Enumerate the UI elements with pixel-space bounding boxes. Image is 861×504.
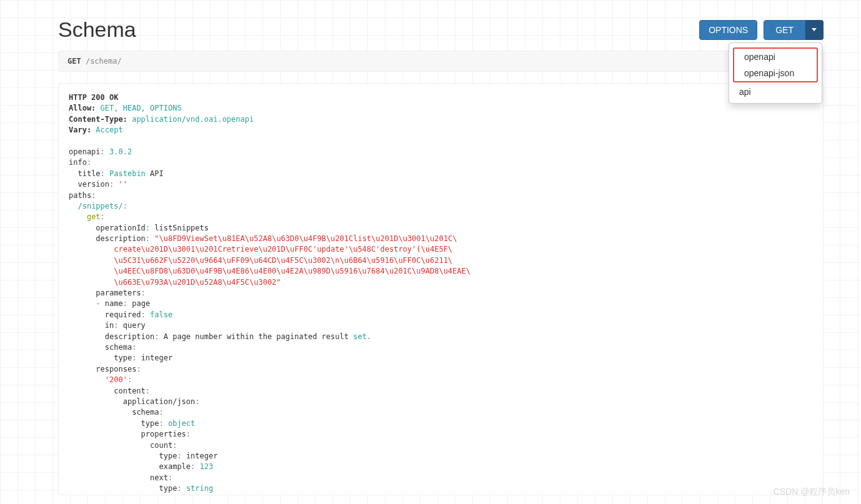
dropdown-item-openapi-json[interactable]: openapi-json <box>734 65 817 81</box>
vary-label: Vary: <box>69 126 91 134</box>
get-dropdown-toggle[interactable] <box>805 20 824 40</box>
openapi-version: 3.0.2 <box>109 147 132 156</box>
path-snippets: /snippets/ <box>77 202 122 210</box>
watermark: CSDN @程序员ken <box>774 487 850 498</box>
options-button[interactable]: OPTIONS <box>699 20 757 40</box>
format-dropdown: openapi openapi-json api <box>729 42 822 104</box>
schema-type: integer <box>141 353 173 362</box>
allow-value: GET, HEAD, OPTIONS <box>101 104 182 112</box>
page-title: Schema <box>58 17 136 42</box>
dropdown-item-openapi[interactable]: openapi <box>734 49 817 65</box>
get-split-button: GET <box>764 20 824 40</box>
highlight-annotation: openapi openapi-json <box>733 47 818 82</box>
param-desc: A page number within the paginated resul… <box>164 332 353 341</box>
response-body: HTTP 200 OK Allow: GET, HEAD, OPTIONS Co… <box>58 83 824 495</box>
request-path: /schema/ <box>86 57 122 66</box>
count-example: 123 <box>200 462 214 471</box>
allow-label: Allow: <box>69 104 96 112</box>
type-object: object <box>168 419 195 428</box>
status-line: HTTP 200 OK <box>69 93 118 102</box>
param-name: page <box>132 299 150 308</box>
desc-line-0: "\u8FD9ViewSet\u81EA\u52A8\u63D0\u4F9B\u… <box>154 234 457 243</box>
param-required: false <box>150 310 172 319</box>
desc-line-1: create\u201D\u3001\u201Cretrieve\u201D\u… <box>105 245 452 254</box>
request-method: GET <box>67 57 81 66</box>
content-type-label: Content-Type: <box>69 115 127 124</box>
desc-line-4: \u663E\u793A\u201D\u52A8\u4F5C\u3002" <box>105 278 281 287</box>
vary-value: Accept <box>96 126 122 134</box>
operation-id: listSnippets <box>154 224 209 232</box>
next-type: string <box>186 484 213 493</box>
count-type: integer <box>186 452 218 460</box>
chevron-down-icon <box>812 28 817 31</box>
dropdown-item-api[interactable]: api <box>729 84 822 100</box>
response-200: '200' <box>105 375 127 384</box>
desc-line-3: \u4EEC\u8FD8\u63D0\u4F9B\u4E86\u4E00\u4E… <box>105 267 470 275</box>
content-type-value: application/vnd.oai.openapi <box>132 115 254 124</box>
info-title: Pastebin <box>109 169 146 178</box>
desc-line-2: \u5C31\u662F\u5220\u9664\uFF09\u64CD\u4F… <box>105 256 452 265</box>
next-nullable: true <box>204 495 222 495</box>
request-bar: GET /schema/ <box>58 51 824 72</box>
get-button[interactable]: GET <box>764 20 805 40</box>
action-buttons: OPTIONS GET <box>699 20 824 40</box>
param-in: query <box>123 321 146 330</box>
info-version: '' <box>119 180 127 189</box>
